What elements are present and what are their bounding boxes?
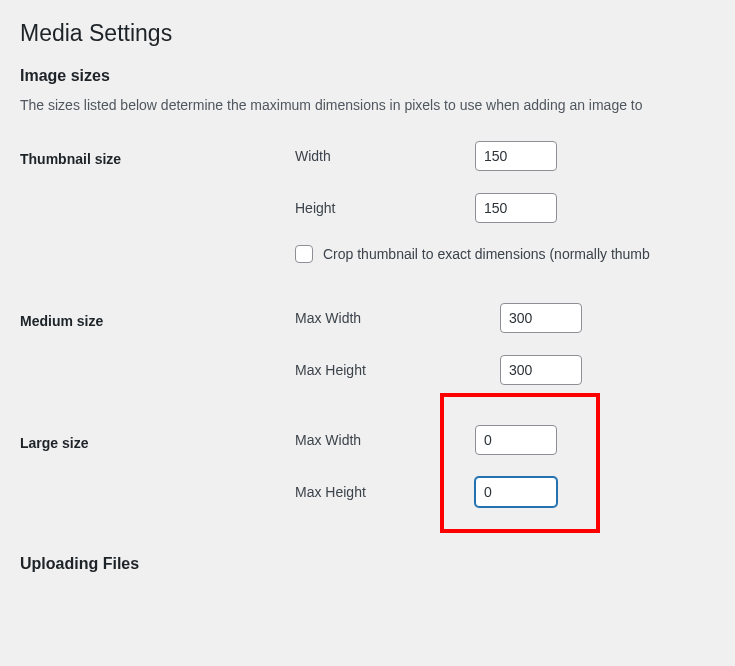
thumbnail-size-row: Thumbnail size Width Height Crop thumbna… — [20, 141, 715, 263]
page-title: Media Settings — [20, 20, 715, 47]
image-sizes-heading: Image sizes — [20, 67, 715, 85]
large-maxwidth-label: Max Width — [295, 432, 475, 448]
thumbnail-height-label: Height — [295, 200, 475, 216]
medium-size-label: Medium size — [20, 303, 295, 329]
large-maxheight-input[interactable] — [475, 477, 557, 507]
thumbnail-crop-checkbox[interactable] — [295, 245, 313, 263]
medium-size-row: Medium size Max Width Max Height — [20, 303, 715, 385]
large-maxwidth-input[interactable] — [475, 425, 557, 455]
large-size-label: Large size — [20, 425, 295, 451]
large-maxheight-label: Max Height — [295, 484, 475, 500]
medium-maxwidth-input[interactable] — [500, 303, 582, 333]
medium-maxwidth-label: Max Width — [295, 310, 500, 326]
medium-maxheight-input[interactable] — [500, 355, 582, 385]
large-size-row: Large size Max Width Max Height — [20, 425, 715, 507]
thumbnail-height-input[interactable] — [475, 193, 557, 223]
thumbnail-width-label: Width — [295, 148, 475, 164]
image-sizes-description: The sizes listed below determine the max… — [20, 97, 715, 113]
thumbnail-crop-label: Crop thumbnail to exact dimensions (norm… — [323, 246, 650, 262]
thumbnail-size-label: Thumbnail size — [20, 141, 295, 167]
medium-maxheight-label: Max Height — [295, 362, 500, 378]
thumbnail-width-input[interactable] — [475, 141, 557, 171]
uploading-files-heading: Uploading Files — [20, 555, 715, 573]
